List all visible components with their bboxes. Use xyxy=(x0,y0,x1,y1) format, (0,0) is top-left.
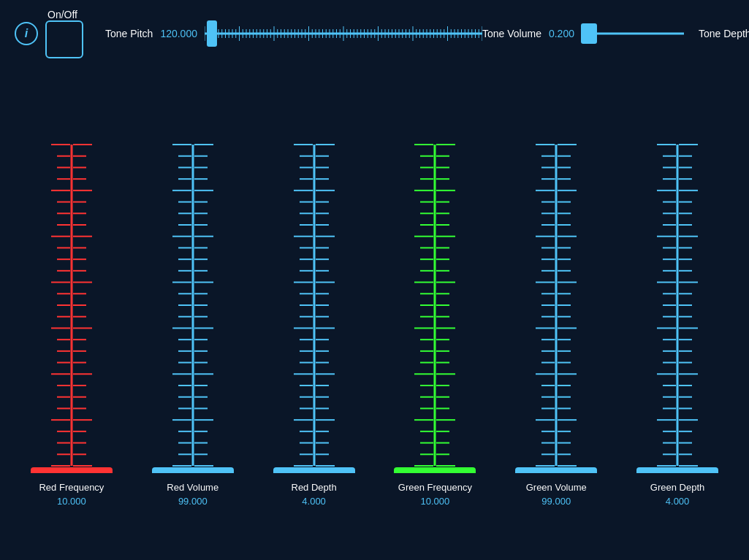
slider-value-red-freq: 10.000 xyxy=(57,496,86,507)
sliders-area: Red Frequency10.000Red Volume99.000Red D… xyxy=(0,67,749,521)
slider-name-red-vol: Red Volume xyxy=(167,482,218,493)
slider-value-green-depth: 4.000 xyxy=(666,496,690,507)
svg-rect-403 xyxy=(273,467,355,473)
svg-rect-463 xyxy=(394,467,476,473)
slider-col-red-vol: Red Volume99.000 xyxy=(143,137,243,507)
slider-value-green-vol: 99.000 xyxy=(541,496,571,507)
tone-pitch-group: Tone Pitch 120.000 // This won't run in … xyxy=(105,20,482,47)
svg-rect-583 xyxy=(636,467,718,473)
svg-rect-283 xyxy=(31,467,113,473)
info-icon[interactable]: i xyxy=(15,22,38,45)
slider-name-green-depth: Green Depth xyxy=(650,482,704,493)
slider-name-red-freq: Red Frequency xyxy=(39,482,104,493)
tone-volume-label: Tone Volume xyxy=(482,28,541,39)
slider-col-red-depth: Red Depth4.000 xyxy=(265,137,364,507)
slider-col-green-freq: Green Frequency10.000 xyxy=(386,137,485,507)
slider-name-green-freq: Green Frequency xyxy=(398,482,472,493)
slider-value-red-depth: 4.000 xyxy=(302,496,326,507)
slider-col-red-freq: Red Frequency10.000 xyxy=(22,137,121,507)
slider-name-red-depth: Red Depth xyxy=(292,482,337,493)
top-bar: i On/Off Tone Pitch 120.000 // This won'… xyxy=(0,0,749,67)
slider-svg-red-vol[interactable] xyxy=(149,137,237,473)
svg-rect-343 xyxy=(152,467,234,473)
slider-svg-green-freq[interactable] xyxy=(391,137,479,473)
volume-handle[interactable] xyxy=(581,23,597,44)
slider-col-green-vol: Green Volume99.000 xyxy=(506,137,606,507)
slider-svg-red-depth[interactable] xyxy=(270,137,358,473)
pitch-ticks xyxy=(205,20,482,47)
onoff-toggle[interactable] xyxy=(45,20,83,58)
tone-volume-value: 0.200 xyxy=(549,28,574,39)
pitch-handle[interactable] xyxy=(207,20,217,47)
onoff-label: On/Off xyxy=(47,9,77,20)
svg-rect-523 xyxy=(515,467,597,473)
tone-volume-group: Tone Volume 0.200 xyxy=(482,23,684,45)
slider-svg-green-depth[interactable] xyxy=(634,137,721,473)
tone-depth-group: Tone Depth 3.000 xyxy=(699,23,749,45)
slider-col-green-depth: Green Depth4.000 xyxy=(628,137,727,507)
slider-name-green-vol: Green Volume xyxy=(526,482,587,493)
slider-value-green-freq: 10.000 xyxy=(421,496,450,507)
slider-svg-red-freq[interactable] xyxy=(28,137,115,473)
slider-svg-green-vol[interactable] xyxy=(512,137,600,473)
tone-depth-label: Tone Depth xyxy=(699,28,749,39)
tone-pitch-slider[interactable]: // This won't run in SVG context; use in… xyxy=(205,20,482,47)
slider-value-red-vol: 99.000 xyxy=(178,496,208,507)
tone-pitch-value: 120.000 xyxy=(160,28,197,39)
tone-volume-slider[interactable] xyxy=(582,23,684,45)
tone-pitch-label: Tone Pitch xyxy=(105,28,153,39)
